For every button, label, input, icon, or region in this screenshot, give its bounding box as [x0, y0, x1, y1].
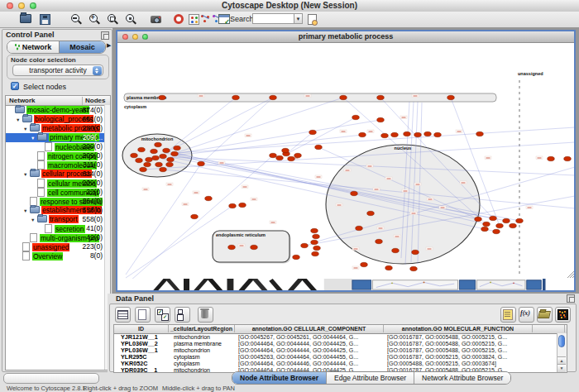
- table-row[interactable]: YPL036W__1mitochondrion[GO:0044464, GO:0…: [114, 347, 567, 354]
- unselect-attributes-button[interactable]: [175, 307, 190, 323]
- network-node[interactable]: [377, 117, 385, 122]
- network-node[interactable]: [434, 132, 442, 136]
- network-node[interactable]: [309, 130, 317, 134]
- network-node[interactable]: [163, 148, 170, 152]
- network-view-frame[interactable]: primary metabolic process plasma membran…: [116, 30, 576, 292]
- zoom-fit-button[interactable]: [124, 12, 138, 26]
- network-node[interactable]: [301, 243, 309, 247]
- network-node[interactable]: [293, 255, 300, 259]
- network-node[interactable]: [151, 149, 158, 153]
- float-panel-icon[interactable]: [101, 31, 109, 40]
- tree-row[interactable]: cell communicat22(0): [6, 188, 110, 197]
- network-node[interactable]: [294, 153, 302, 157]
- network-node[interactable]: [155, 142, 162, 146]
- network-node[interactable]: [313, 246, 321, 250]
- tree-row[interactable]: ▼metabolic process280(0): [6, 124, 110, 133]
- column-header[interactable]: _cellularLayoutRegion: [169, 325, 235, 332]
- network-node[interactable]: [516, 218, 524, 222]
- network-node[interactable]: [381, 133, 389, 137]
- tree-column-nodes[interactable]: Nodes: [82, 97, 105, 105]
- network-node[interactable]: [205, 196, 213, 200]
- filter-grid-button[interactable]: [217, 12, 231, 26]
- tree-row[interactable]: ▼transport558(0): [6, 215, 110, 224]
- tab-mosaic[interactable]: Mosaic: [59, 41, 105, 53]
- network-node[interactable]: [351, 191, 358, 195]
- tree-row[interactable]: response to stimulu264(0): [6, 197, 110, 206]
- network-node[interactable]: [312, 251, 319, 256]
- attribute-matrix-button[interactable]: [555, 307, 571, 323]
- network-node[interactable]: [404, 131, 411, 136]
- tree-row[interactable]: ▼biological_process651(0): [6, 115, 110, 124]
- tab-network-attribute-browser[interactable]: Network Attribute Browser: [414, 372, 510, 384]
- tree-row[interactable]: ▼primary metabo209(...: [6, 133, 110, 142]
- network-node[interactable]: [385, 265, 393, 270]
- network-node[interactable]: [160, 154, 167, 158]
- network-node[interactable]: [313, 234, 320, 238]
- node-color-dropdown[interactable]: transporter activity: [12, 65, 103, 76]
- zoom-in-button[interactable]: [88, 12, 102, 26]
- tree-row[interactable]: nitrogen compo209(0): [6, 151, 110, 160]
- network-node[interactable]: [270, 153, 277, 157]
- network-node[interactable]: [548, 156, 555, 160]
- tree-row[interactable]: unassigned223(0): [6, 242, 110, 251]
- network-node[interactable]: [311, 228, 318, 232]
- network-node[interactable]: [191, 214, 199, 218]
- network-node[interactable]: [229, 203, 237, 208]
- table-row[interactable]: YKR052Ccytoplasm[GO:0044464, GO:0044446,…: [114, 361, 567, 367]
- network-node[interactable]: [166, 162, 174, 166]
- network-node[interactable]: [174, 146, 181, 150]
- tree-row[interactable]: macromolecule311(0): [6, 160, 110, 170]
- window-titlebar[interactable]: Cytoscape Desktop (New Session): [0, 0, 579, 12]
- network-node[interactable]: [490, 216, 497, 220]
- function-builder-button[interactable]: f(x): [519, 307, 534, 323]
- scrollbar-thumb[interactable]: [558, 335, 565, 347]
- network-node[interactable]: [232, 95, 240, 99]
- tree-row[interactable]: nucleobase-209(0): [6, 142, 110, 151]
- new-attribute-button[interactable]: [135, 307, 151, 323]
- network-node[interactable]: [410, 266, 418, 270]
- column-header[interactable]: ID: [114, 325, 169, 332]
- network-node[interactable]: [503, 218, 510, 222]
- column-header[interactable]: annotation.GO CELLULAR_COMPONENT: [235, 325, 384, 332]
- column-header[interactable]: annotation.GO MOLECULAR_FUNCTION: [384, 325, 533, 332]
- network-node[interactable]: [496, 223, 504, 227]
- network-node[interactable]: [160, 167, 167, 171]
- network-node[interactable]: [228, 245, 236, 249]
- tree-row[interactable]: secretion41(0): [6, 224, 110, 233]
- network-node[interactable]: [138, 147, 146, 151]
- annotation-button[interactable]: [500, 307, 516, 323]
- network-node[interactable]: [367, 211, 375, 215]
- tab-edge-attribute-browser[interactable]: Edge Attribute Browser: [326, 372, 414, 384]
- network-node[interactable]: [282, 148, 290, 152]
- network-node[interactable]: [414, 132, 422, 136]
- float-data-panel-icon[interactable]: [567, 294, 575, 303]
- network-node[interactable]: [171, 151, 179, 155]
- network-node[interactable]: [493, 229, 500, 233]
- select-attributes-button[interactable]: [155, 307, 170, 323]
- network-node[interactable]: [359, 132, 366, 136]
- table-row[interactable]: YLR295Ccytoplasm[GO:0045263, GO:0044464,…: [114, 354, 567, 361]
- help-button[interactable]: [172, 12, 186, 26]
- tab-node-attribute-browser[interactable]: Node Attribute Browser: [232, 372, 326, 384]
- network-node[interactable]: [131, 153, 138, 157]
- table-vertical-scrollbar[interactable]: ▲ ▼: [557, 333, 567, 372]
- tree-row[interactable]: mosaic-demo-yeast874(0): [6, 106, 110, 115]
- network-node[interactable]: [377, 95, 385, 99]
- save-button[interactable]: [38, 12, 52, 26]
- network-node[interactable]: [361, 262, 368, 266]
- column-header[interactable]: [533, 325, 565, 332]
- open-file-button[interactable]: [18, 12, 32, 26]
- network-node[interactable]: [447, 95, 455, 99]
- network-node[interactable]: [340, 95, 347, 99]
- tree-row[interactable]: ▼establishment of lo558(0): [6, 206, 110, 215]
- network-node[interactable]: [288, 156, 295, 160]
- zoom-out-button[interactable]: [69, 12, 84, 26]
- tree-column-network[interactable]: Network: [9, 97, 36, 104]
- snapshot-button[interactable]: [149, 12, 163, 26]
- tab-overflow-arrow-icon[interactable]: ▶: [107, 42, 111, 49]
- network-canvas[interactable]: plasma membranecytoplasmmitochondrionnuc…: [117, 42, 574, 279]
- network-node[interactable]: [476, 131, 484, 136]
- import-attributes-button[interactable]: [537, 307, 553, 323]
- search-dropdown-arrow-icon[interactable]: ▼: [294, 13, 303, 24]
- delete-attribute-button[interactable]: [198, 307, 213, 323]
